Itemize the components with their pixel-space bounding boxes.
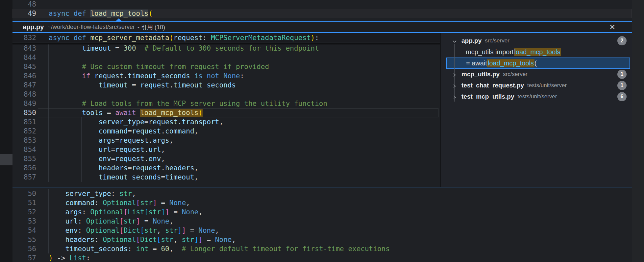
code-text: command=request.command, [49, 127, 198, 136]
code-line[interactable]: 50 server_type: str, [12, 189, 632, 198]
code-line[interactable]: 845 # Use custom timeout from request if… [12, 62, 440, 71]
reference-snippet: mcp_utils import [466, 48, 514, 56]
line-number[interactable]: 55 [12, 235, 36, 244]
left-gutter-strip [0, 0, 12, 262]
line-number[interactable]: 50 [12, 189, 36, 198]
line-number[interactable]: 849 [12, 99, 36, 108]
left-scrollbar-thumb[interactable] [0, 154, 12, 165]
code-text: # Load tools from the MCP server using t… [49, 99, 327, 108]
line-number[interactable]: 848 [12, 90, 36, 99]
peek-references-list: app.pysrc/server2mcp_utils import load_m… [441, 33, 632, 187]
code-line[interactable]: 55 headers: Optional[Dict[str, str]] = N… [12, 235, 632, 244]
code-line[interactable]: 852 command=request.command, [12, 127, 440, 136]
code-line[interactable]: 847 timeout = request.timeout_seconds [12, 81, 440, 90]
peek-title-filename: app.py [23, 23, 44, 31]
chevron-right-icon[interactable] [452, 72, 457, 77]
reference-item-row-selected[interactable]: = await load_mcp_tools( [446, 58, 630, 69]
line-number[interactable]: 49 [12, 9, 36, 18]
code-text: timeout_seconds=timeout, [49, 173, 198, 182]
sticky-code-line[interactable]: 832async def mcp_server_metadata(request… [12, 33, 440, 42]
code-text: args: Optional[List[str]] = None, [49, 207, 203, 217]
code-text: headers: Optional[Dict[str, str]] = None… [49, 235, 236, 244]
reference-file-row[interactable]: test_chat_request.pytests/unit/server1 [441, 80, 632, 91]
line-number[interactable]: 850 [12, 108, 36, 117]
reference-file-row[interactable]: app.pysrc/server2 [441, 35, 632, 46]
code-line[interactable]: 843 timeout = 300 # Default to 300 secon… [12, 44, 440, 53]
reference-file-row[interactable]: test_mcp_utils.pytests/unit/server6 [441, 91, 632, 102]
line-number[interactable]: 854 [12, 145, 36, 154]
peek-header: app.py ~/work/deer-flow-latest/src/serve… [12, 22, 632, 32]
line-number[interactable]: 852 [12, 127, 36, 136]
code-line[interactable]: 855 env=request.env, [12, 154, 440, 163]
reference-item-row[interactable]: mcp_utils import load_mcp_tools [441, 46, 632, 58]
code-line[interactable]: 52 args: Optional[List[str]] = None, [12, 207, 632, 217]
line-number[interactable]: 56 [12, 244, 36, 253]
code-text: env=request.env, [49, 154, 165, 163]
code-line[interactable]: 856 headers=request.headers, [12, 163, 440, 173]
line-number[interactable]: 845 [12, 62, 36, 71]
code-line[interactable]: 54 env: Optional[Dict[str, str]] = None, [12, 226, 632, 235]
reference-file-name: test_mcp_utils.py [461, 93, 514, 100]
reference-file-dir: tests/unit/server [518, 93, 557, 100]
code-line[interactable]: 844 [12, 53, 440, 62]
code-line[interactable]: 51 command: Optional[str] = None, [12, 198, 632, 207]
code-line[interactable]: 853 args=request.args, [12, 136, 440, 145]
chevron-right-icon[interactable] [452, 94, 457, 99]
code-line[interactable]: 848 [12, 90, 440, 99]
code-line[interactable]: 857 timeout_seconds=timeout, [12, 173, 440, 182]
code-line[interactable]: 854 url=request.url, [12, 145, 440, 154]
peek-anchor-arrow [115, 18, 122, 22]
code-line[interactable]: 56 timeout_seconds: int = 60, # Longer d… [12, 244, 632, 253]
code-text: args=request.args, [49, 136, 173, 145]
code-text: tools = await load_mcp_tools( [49, 108, 203, 117]
code-line[interactable]: 48 [12, 0, 632, 9]
line-number[interactable]: 48 [12, 0, 36, 9]
chevron-right-icon[interactable] [452, 83, 457, 88]
reference-file-name: app.py [461, 37, 482, 44]
line-number[interactable]: 857 [12, 173, 36, 182]
line-number[interactable]: 844 [12, 53, 36, 62]
reference-file-row[interactable]: mcp_utils.pysrc/server1 [441, 69, 632, 80]
line-number[interactable]: 843 [12, 44, 36, 53]
code-text: timeout = 300 # Default to 300 seconds f… [49, 44, 319, 53]
code-text: timeout_seconds: int = 60, # Longer defa… [49, 244, 390, 253]
code-text: env: Optional[Dict[str, str]] = None, [49, 226, 219, 235]
line-number[interactable]: 53 [12, 217, 36, 226]
line-number[interactable]: 832 [12, 33, 36, 42]
reference-file-dir: tests/unit/server [527, 82, 567, 89]
reference-file-name: test_chat_request.py [461, 82, 524, 89]
line-number[interactable]: 847 [12, 81, 36, 90]
code-line[interactable]: 849 # Load tools from the MCP server usi… [12, 99, 440, 108]
reference-match-text: load_mcp_tools [514, 48, 561, 56]
line-number[interactable]: 846 [12, 71, 36, 81]
peek-code-pane: 832async def mcp_server_metadata(request… [12, 33, 440, 187]
line-number[interactable]: 851 [12, 117, 36, 127]
code-line[interactable]: 49async def load_mcp_tools( [12, 9, 632, 18]
editor-below-peek: 50 server_type: str,51 command: Optional… [12, 187, 632, 262]
chevron-down-icon[interactable] [452, 38, 457, 43]
code-text: ) -> List: [49, 253, 90, 262]
line-number[interactable]: 856 [12, 163, 36, 173]
code-text: if request.timeout_seconds is not None: [49, 71, 244, 81]
code-text: # Use custom timeout from request if pro… [49, 62, 269, 71]
line-number[interactable]: 54 [12, 226, 36, 235]
code-line[interactable]: 57) -> List: [12, 253, 632, 262]
code-text: server_type=request.transport, [49, 117, 223, 127]
code-line[interactable]: 850 tools = await load_mcp_tools( [12, 108, 440, 117]
code-line[interactable]: 851 server_type=request.transport, [12, 117, 440, 127]
line-number[interactable]: 853 [12, 136, 36, 145]
line-number[interactable]: 57 [12, 253, 36, 262]
code-line[interactable]: 846 if request.timeout_seconds is not No… [12, 71, 440, 81]
vscode-editor: 4849async def load_mcp_tools( app.py ~/w… [0, 0, 644, 262]
close-icon[interactable]: ✕ [609, 22, 615, 32]
reference-count-badge: 6 [617, 92, 627, 101]
line-number[interactable]: 855 [12, 154, 36, 163]
code-text: url: Optional[str] = None, [49, 217, 173, 226]
code-text: server_type: str, [49, 189, 136, 198]
code-text: command: Optional[str] = None, [49, 198, 190, 207]
line-number[interactable]: 52 [12, 207, 36, 217]
editor-right-gutter [632, 0, 644, 262]
line-number[interactable]: 51 [12, 198, 36, 207]
code-line[interactable]: 53 url: Optional[str] = None, [12, 217, 632, 226]
reference-count-badge: 2 [617, 36, 627, 45]
